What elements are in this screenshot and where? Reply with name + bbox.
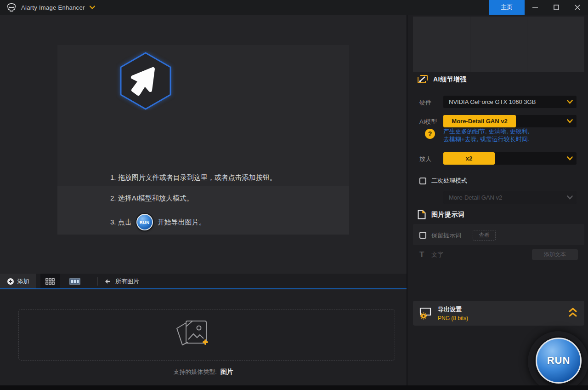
settings-sidebar: AI细节增强 硬件 NVIDIA GeForce GTX 1060 3GB AI… <box>407 15 588 385</box>
home-button[interactable]: 主页 <box>489 0 525 15</box>
titlebar: Aiarty Image Enhancer 主页 <box>0 0 588 15</box>
ai-model-label: AI模型 <box>419 118 437 126</box>
filmstrip-view-icon <box>69 278 80 285</box>
chevron-down-icon <box>567 195 573 200</box>
instruction-step-3: 3. 点击 RUN 开始导出图片。 <box>110 212 206 232</box>
app-logo-icon <box>6 3 17 12</box>
secondary-model-dropdown[interactable]: More-Detail GAN v2 <box>443 191 577 204</box>
run-button[interactable]: RUN <box>536 338 582 384</box>
app-title: Aiarty Image Enhancer <box>21 4 85 11</box>
hardware-value: NVIDIA GeForce GTX 1060 3GB <box>449 98 536 105</box>
drop-zone[interactable] <box>57 45 349 186</box>
prompt-section-header: 图片提示词 <box>418 210 465 219</box>
ai-model-dropdown[interactable]: More-Detail GAN v2 <box>443 115 577 127</box>
close-button[interactable] <box>567 0 588 15</box>
secondary-mode-label: 二次处理模式 <box>431 177 467 185</box>
collapse-chevron-up-icon[interactable] <box>569 307 577 317</box>
instruction-step-3-suffix: 开始导出图片。 <box>158 218 206 227</box>
secondary-mode-row: 二次处理模式 <box>419 177 467 185</box>
all-images-button[interactable]: 所有图片 <box>104 277 139 286</box>
chevron-down-icon <box>567 119 573 123</box>
toolbar-divider <box>97 277 98 286</box>
import-panel: 支持的媒体类型:图片 <box>0 290 407 385</box>
keep-prompt-checkbox[interactable] <box>419 232 426 239</box>
prompt-section-title: 图片提示词 <box>431 211 465 219</box>
all-images-label: 所有图片 <box>115 277 139 286</box>
view-prompt-button[interactable]: 查看 <box>473 230 496 241</box>
library-toolbar: 添加 所有图片 <box>0 274 407 289</box>
drop-hexagon-logo-icon <box>116 51 175 110</box>
sidebar-top-panel <box>413 17 584 72</box>
export-settings-icon <box>418 307 432 320</box>
filmstrip-view-button[interactable] <box>65 274 85 289</box>
app-window: Aiarty Image Enhancer 主页 1. 拖放图片文件或者目录到这… <box>0 0 588 390</box>
grid-view-button[interactable] <box>40 274 60 289</box>
add-images-icon[interactable] <box>172 316 214 352</box>
hardware-dropdown[interactable]: NVIDIA GeForce GTX 1060 3GB <box>443 96 577 108</box>
back-arrow-icon <box>104 279 111 284</box>
top-panel-column <box>527 17 584 72</box>
keep-prompt-label: 保留提示词 <box>431 231 461 240</box>
hardware-label: 硬件 <box>419 98 431 107</box>
enhance-section-title: AI细节增强 <box>433 75 467 84</box>
chevron-down-icon <box>567 100 573 104</box>
model-description-line1: 产生更多的细节, 更清晰, 更锐利, <box>443 127 529 135</box>
window-controls: 主页 <box>489 0 588 15</box>
instruction-step-3-prefix: 3. 点击 <box>110 218 132 227</box>
add-text-button[interactable]: 添加文本 <box>532 249 578 260</box>
export-settings-bar[interactable]: 导出设置 PNG (8 bits) <box>413 301 584 326</box>
top-panel-column <box>413 17 470 72</box>
export-format-value: PNG (8 bits) <box>438 315 468 321</box>
add-button-label: 添加 <box>17 277 29 286</box>
preview-area: 1. 拖放图片文件或者目录到这里，或者点击添加按钮。 2. 选择AI模型和放大模… <box>0 15 407 274</box>
enhance-section-header: AI细节增强 <box>418 75 467 84</box>
upscale-label: 放大 <box>419 155 431 163</box>
bottom-edge-strip <box>0 385 588 390</box>
add-plus-icon <box>7 278 14 285</box>
grid-view-icon <box>45 278 55 285</box>
prompt-page-icon <box>418 210 426 219</box>
maximize-button[interactable] <box>546 0 567 15</box>
top-panel-column <box>470 17 528 72</box>
model-description: 产生更多的细节, 更清晰, 更锐利, 去模糊+去噪, 或需运行较长时间. <box>443 127 529 143</box>
text-overlay-row: T 文字 添加文本 <box>419 249 578 260</box>
export-settings-title: 导出设置 <box>438 305 468 314</box>
supported-media-caption: 支持的媒体类型:图片 <box>0 368 407 376</box>
upscale-value-pill: x2 <box>443 152 495 165</box>
secondary-model-value: More-Detail GAN v2 <box>449 194 502 201</box>
text-label: 文字 <box>431 251 443 259</box>
instruction-step-2: 2. 选择AI模型和放大模式。 <box>110 194 193 203</box>
ai-enhance-icon <box>418 75 428 84</box>
secondary-mode-checkbox[interactable] <box>419 178 426 184</box>
model-description-line2: 去模糊+去噪, 或需运行较长时间. <box>443 135 529 143</box>
toolbar-accent-line <box>0 288 407 289</box>
minimize-button[interactable] <box>525 0 546 15</box>
upscale-dropdown[interactable]: x2 <box>443 152 577 165</box>
supported-media-label: 支持的媒体类型: <box>173 368 217 375</box>
text-icon: T <box>419 250 431 259</box>
chevron-down-icon <box>567 156 573 161</box>
keep-prompt-row: 保留提示词 查看 <box>419 230 496 241</box>
export-texts: 导出设置 PNG (8 bits) <box>438 305 468 321</box>
run-badge-icon: RUN <box>136 214 153 230</box>
ai-model-value-pill: More-Detail GAN v2 <box>443 115 516 127</box>
supported-media-value: 图片 <box>220 368 233 375</box>
add-button[interactable]: 添加 <box>0 274 36 289</box>
model-help-icon[interactable]: ? <box>425 129 435 139</box>
instruction-step-1: 1. 拖放图片文件或者目录到这里，或者点击添加按钮。 <box>110 173 277 182</box>
title-dropdown-caret-icon[interactable] <box>90 6 95 9</box>
